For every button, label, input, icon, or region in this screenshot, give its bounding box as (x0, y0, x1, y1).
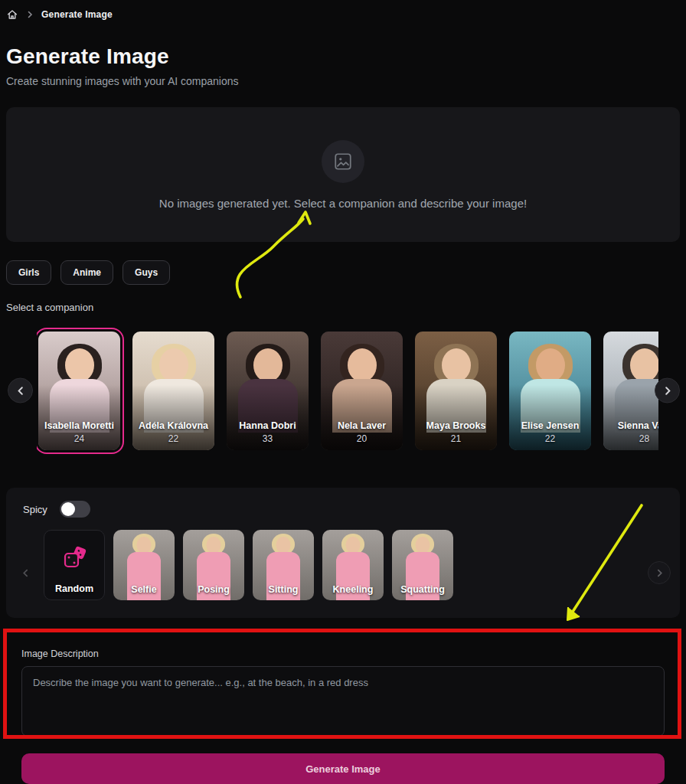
companion-meta: Nela Laver20 (321, 420, 403, 444)
companion-card[interactable]: Adéla Královna22 (132, 332, 214, 450)
pose-label: Kneeling (322, 584, 384, 595)
generate-image-button[interactable]: Generate Image (21, 753, 665, 784)
companion-meta: Isabella Moretti24 (38, 420, 120, 444)
pose-panel: Spicy RandomSelfiePosingSittingKneelingS… (6, 488, 680, 618)
companion-track: Isabella Moretti24Adéla Královna22Hanna … (37, 322, 658, 459)
pose-tile-selfie[interactable]: Selfie (113, 530, 175, 600)
companion-meta: Hanna Dobri33 (227, 420, 309, 444)
chevron-left-icon (16, 386, 25, 395)
figure-head (137, 537, 152, 554)
pose-tile-posing[interactable]: Posing (183, 530, 244, 600)
figure-head (276, 537, 291, 554)
page: Generate Image Generate Image Create stu… (0, 0, 686, 784)
image-description-input[interactable] (21, 666, 665, 737)
figure-head (346, 537, 361, 554)
companion-card[interactable]: Elise Jensen22 (509, 332, 591, 450)
pose-label: Sitting (253, 584, 314, 595)
companion-card[interactable]: Hanna Dobri33 (227, 332, 309, 450)
image-placeholder-icon (322, 140, 364, 183)
empty-state-panel: No images generated yet. Select a compan… (6, 107, 680, 242)
dice-icon (60, 544, 88, 575)
empty-state-message: No images generated yet. Select a compan… (159, 197, 527, 210)
figure-head (416, 537, 430, 554)
pose-label: Selfie (113, 584, 175, 595)
companion-age: 20 (321, 433, 403, 444)
chevron-left-icon (21, 569, 30, 577)
companion-meta: Elise Jensen22 (509, 420, 591, 444)
figure-head (207, 537, 221, 554)
filter-buttons: GirlsAnimeGuys (6, 260, 680, 285)
spicy-label: Spicy (23, 504, 47, 515)
chevron-right-icon (663, 386, 672, 395)
companion-age: 24 (38, 433, 120, 444)
pose-tile-sitting[interactable]: Sitting (253, 530, 314, 600)
filter-girls-button[interactable]: Girls (6, 260, 51, 285)
companion-meta: Sienna Vale28 (603, 420, 658, 444)
chevron-right-icon (26, 11, 34, 18)
companion-meta: Adéla Královna22 (132, 420, 214, 444)
breadcrumb-current[interactable]: Generate Image (41, 9, 113, 20)
companion-age: 21 (415, 433, 497, 444)
page-subtitle: Create stunning images with your AI comp… (6, 75, 680, 87)
companion-section-label: Select a companion (6, 302, 680, 313)
companion-name: Adéla Královna (132, 420, 214, 431)
pose-tile-random[interactable]: Random (44, 530, 105, 600)
companion-age: 22 (509, 433, 591, 444)
pose-label: Squatting (392, 584, 453, 595)
home-icon[interactable] (6, 8, 18, 21)
page-header: Generate Image Create stunning images wi… (6, 44, 680, 87)
companion-age: 22 (132, 433, 214, 444)
companion-name: Maya Brooks (415, 420, 497, 431)
companion-name: Elise Jensen (509, 420, 591, 431)
pose-next-button[interactable] (648, 561, 671, 584)
filter-guys-button[interactable]: Guys (122, 260, 170, 285)
pose-label: Random (44, 583, 104, 594)
pose-tile-squatting[interactable]: Squatting (392, 530, 453, 600)
pose-prev-button[interactable] (14, 561, 37, 584)
companion-age: 33 (227, 433, 309, 444)
companion-age: 28 (603, 433, 658, 444)
description-section: Image Description Generate Image (6, 648, 680, 784)
companion-card[interactable]: Isabella Moretti24 (38, 332, 120, 450)
carousel-next-button[interactable] (655, 378, 680, 403)
spicy-toggle[interactable] (60, 501, 90, 518)
companion-name: Nela Laver (321, 420, 403, 431)
companion-meta: Maya Brooks21 (415, 420, 497, 444)
pose-label: Posing (183, 584, 244, 595)
chevron-right-icon (655, 569, 664, 577)
carousel-prev-button[interactable] (8, 378, 33, 403)
toggle-knob (61, 502, 75, 516)
page-title: Generate Image (6, 44, 680, 69)
companion-name: Hanna Dobri (227, 420, 309, 431)
pose-tile-kneeling[interactable]: Kneeling (322, 530, 384, 600)
filter-anime-button[interactable]: Anime (60, 260, 113, 285)
companion-name: Sienna Vale (603, 420, 658, 431)
pose-track: RandomSelfiePosingSittingKneelingSquatti… (44, 530, 663, 600)
companion-card[interactable]: Maya Brooks21 (415, 332, 497, 450)
breadcrumb: Generate Image (6, 0, 680, 21)
companion-carousel: Isabella Moretti24Adéla Královna22Hanna … (6, 322, 680, 459)
companion-card[interactable]: Nela Laver20 (321, 332, 403, 450)
companion-card[interactable]: Sienna Vale28 (603, 332, 658, 450)
image-description-label: Image Description (21, 648, 665, 659)
companion-name: Isabella Moretti (38, 420, 120, 431)
